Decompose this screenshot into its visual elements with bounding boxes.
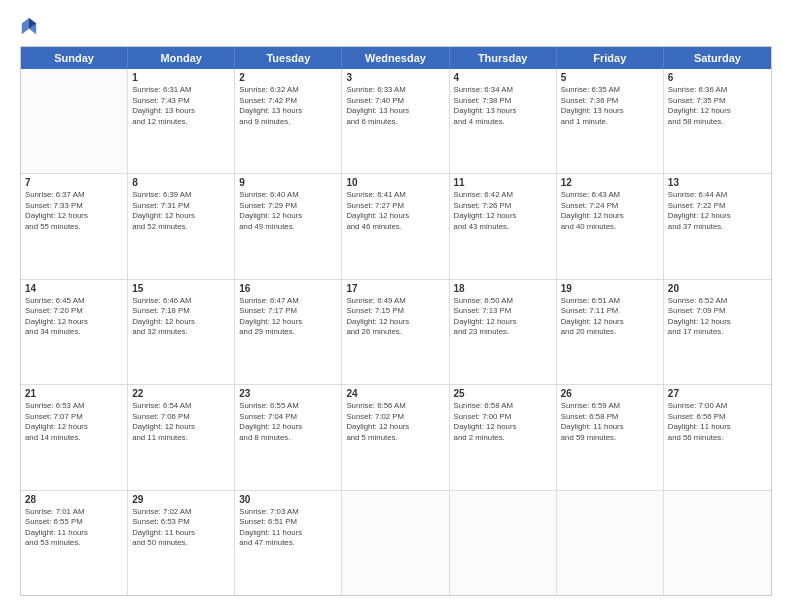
calendar-cell: 1Sunrise: 6:31 AM Sunset: 7:43 PM Daylig…: [128, 69, 235, 173]
calendar: SundayMondayTuesdayWednesdayThursdayFrid…: [20, 46, 772, 596]
cell-daylight-info: Sunrise: 6:52 AM Sunset: 7:09 PM Dayligh…: [668, 296, 767, 338]
calendar-cell: 8Sunrise: 6:39 AM Sunset: 7:31 PM Daylig…: [128, 174, 235, 278]
cell-daylight-info: Sunrise: 6:53 AM Sunset: 7:07 PM Dayligh…: [25, 401, 123, 443]
weekday-header-saturday: Saturday: [664, 47, 771, 69]
cell-daylight-info: Sunrise: 6:31 AM Sunset: 7:43 PM Dayligh…: [132, 85, 230, 127]
cell-daylight-info: Sunrise: 6:54 AM Sunset: 7:06 PM Dayligh…: [132, 401, 230, 443]
calendar-row-5: 28Sunrise: 7:01 AM Sunset: 6:55 PM Dayli…: [21, 491, 771, 595]
cell-day-number: 16: [239, 283, 337, 294]
cell-day-number: 28: [25, 494, 123, 505]
cell-daylight-info: Sunrise: 6:45 AM Sunset: 7:20 PM Dayligh…: [25, 296, 123, 338]
cell-daylight-info: Sunrise: 6:39 AM Sunset: 7:31 PM Dayligh…: [132, 190, 230, 232]
calendar-cell: 14Sunrise: 6:45 AM Sunset: 7:20 PM Dayli…: [21, 280, 128, 384]
cell-daylight-info: Sunrise: 6:51 AM Sunset: 7:11 PM Dayligh…: [561, 296, 659, 338]
header: [20, 16, 772, 38]
cell-day-number: 29: [132, 494, 230, 505]
calendar-cell: 26Sunrise: 6:59 AM Sunset: 6:58 PM Dayli…: [557, 385, 664, 489]
calendar-cell: 29Sunrise: 7:02 AM Sunset: 6:53 PM Dayli…: [128, 491, 235, 595]
calendar-cell: 27Sunrise: 7:00 AM Sunset: 6:56 PM Dayli…: [664, 385, 771, 489]
calendar-cell: [21, 69, 128, 173]
calendar-cell: [557, 491, 664, 595]
calendar-cell: 20Sunrise: 6:52 AM Sunset: 7:09 PM Dayli…: [664, 280, 771, 384]
cell-day-number: 19: [561, 283, 659, 294]
cell-day-number: 14: [25, 283, 123, 294]
cell-day-number: 21: [25, 388, 123, 399]
cell-daylight-info: Sunrise: 6:33 AM Sunset: 7:40 PM Dayligh…: [346, 85, 444, 127]
calendar-cell: 13Sunrise: 6:44 AM Sunset: 7:22 PM Dayli…: [664, 174, 771, 278]
calendar-cell: 25Sunrise: 6:58 AM Sunset: 7:00 PM Dayli…: [450, 385, 557, 489]
calendar-cell: 6Sunrise: 6:36 AM Sunset: 7:35 PM Daylig…: [664, 69, 771, 173]
calendar-cell: 11Sunrise: 6:42 AM Sunset: 7:26 PM Dayli…: [450, 174, 557, 278]
calendar-cell: 3Sunrise: 6:33 AM Sunset: 7:40 PM Daylig…: [342, 69, 449, 173]
calendar-cell: [450, 491, 557, 595]
cell-day-number: 5: [561, 72, 659, 83]
calendar-cell: 12Sunrise: 6:43 AM Sunset: 7:24 PM Dayli…: [557, 174, 664, 278]
cell-day-number: 4: [454, 72, 552, 83]
cell-daylight-info: Sunrise: 6:40 AM Sunset: 7:29 PM Dayligh…: [239, 190, 337, 232]
calendar-cell: 9Sunrise: 6:40 AM Sunset: 7:29 PM Daylig…: [235, 174, 342, 278]
logo: [20, 16, 42, 38]
cell-daylight-info: Sunrise: 6:42 AM Sunset: 7:26 PM Dayligh…: [454, 190, 552, 232]
calendar-cell: 30Sunrise: 7:03 AM Sunset: 6:51 PM Dayli…: [235, 491, 342, 595]
cell-day-number: 3: [346, 72, 444, 83]
cell-day-number: 12: [561, 177, 659, 188]
cell-day-number: 11: [454, 177, 552, 188]
cell-day-number: 6: [668, 72, 767, 83]
weekday-header-wednesday: Wednesday: [342, 47, 449, 69]
calendar-cell: 23Sunrise: 6:55 AM Sunset: 7:04 PM Dayli…: [235, 385, 342, 489]
cell-daylight-info: Sunrise: 6:55 AM Sunset: 7:04 PM Dayligh…: [239, 401, 337, 443]
logo-icon: [20, 16, 38, 38]
cell-day-number: 24: [346, 388, 444, 399]
cell-day-number: 7: [25, 177, 123, 188]
cell-daylight-info: Sunrise: 6:49 AM Sunset: 7:15 PM Dayligh…: [346, 296, 444, 338]
calendar-cell: 7Sunrise: 6:37 AM Sunset: 7:33 PM Daylig…: [21, 174, 128, 278]
cell-daylight-info: Sunrise: 7:01 AM Sunset: 6:55 PM Dayligh…: [25, 507, 123, 549]
cell-daylight-info: Sunrise: 6:34 AM Sunset: 7:38 PM Dayligh…: [454, 85, 552, 127]
calendar-row-3: 14Sunrise: 6:45 AM Sunset: 7:20 PM Dayli…: [21, 280, 771, 385]
cell-daylight-info: Sunrise: 6:56 AM Sunset: 7:02 PM Dayligh…: [346, 401, 444, 443]
cell-daylight-info: Sunrise: 7:00 AM Sunset: 6:56 PM Dayligh…: [668, 401, 767, 443]
cell-daylight-info: Sunrise: 6:46 AM Sunset: 7:18 PM Dayligh…: [132, 296, 230, 338]
calendar-cell: 19Sunrise: 6:51 AM Sunset: 7:11 PM Dayli…: [557, 280, 664, 384]
weekday-header-monday: Monday: [128, 47, 235, 69]
cell-day-number: 27: [668, 388, 767, 399]
cell-day-number: 13: [668, 177, 767, 188]
calendar-body: 1Sunrise: 6:31 AM Sunset: 7:43 PM Daylig…: [21, 69, 771, 595]
calendar-cell: 2Sunrise: 6:32 AM Sunset: 7:42 PM Daylig…: [235, 69, 342, 173]
cell-day-number: 30: [239, 494, 337, 505]
cell-day-number: 10: [346, 177, 444, 188]
cell-day-number: 25: [454, 388, 552, 399]
calendar-cell: 22Sunrise: 6:54 AM Sunset: 7:06 PM Dayli…: [128, 385, 235, 489]
cell-day-number: 23: [239, 388, 337, 399]
cell-day-number: 8: [132, 177, 230, 188]
cell-day-number: 20: [668, 283, 767, 294]
calendar-cell: 15Sunrise: 6:46 AM Sunset: 7:18 PM Dayli…: [128, 280, 235, 384]
cell-daylight-info: Sunrise: 6:36 AM Sunset: 7:35 PM Dayligh…: [668, 85, 767, 127]
calendar-cell: [664, 491, 771, 595]
cell-day-number: 2: [239, 72, 337, 83]
calendar-cell: 5Sunrise: 6:35 AM Sunset: 7:36 PM Daylig…: [557, 69, 664, 173]
weekday-header-thursday: Thursday: [450, 47, 557, 69]
cell-daylight-info: Sunrise: 6:32 AM Sunset: 7:42 PM Dayligh…: [239, 85, 337, 127]
cell-daylight-info: Sunrise: 6:59 AM Sunset: 6:58 PM Dayligh…: [561, 401, 659, 443]
calendar-cell: 16Sunrise: 6:47 AM Sunset: 7:17 PM Dayli…: [235, 280, 342, 384]
cell-day-number: 15: [132, 283, 230, 294]
calendar-row-1: 1Sunrise: 6:31 AM Sunset: 7:43 PM Daylig…: [21, 69, 771, 174]
page: SundayMondayTuesdayWednesdayThursdayFrid…: [0, 0, 792, 612]
calendar-cell: 24Sunrise: 6:56 AM Sunset: 7:02 PM Dayli…: [342, 385, 449, 489]
calendar-cell: 4Sunrise: 6:34 AM Sunset: 7:38 PM Daylig…: [450, 69, 557, 173]
cell-day-number: 22: [132, 388, 230, 399]
cell-daylight-info: Sunrise: 6:58 AM Sunset: 7:00 PM Dayligh…: [454, 401, 552, 443]
calendar-cell: 21Sunrise: 6:53 AM Sunset: 7:07 PM Dayli…: [21, 385, 128, 489]
calendar-cell: 17Sunrise: 6:49 AM Sunset: 7:15 PM Dayli…: [342, 280, 449, 384]
cell-daylight-info: Sunrise: 6:37 AM Sunset: 7:33 PM Dayligh…: [25, 190, 123, 232]
cell-daylight-info: Sunrise: 6:35 AM Sunset: 7:36 PM Dayligh…: [561, 85, 659, 127]
cell-day-number: 26: [561, 388, 659, 399]
cell-daylight-info: Sunrise: 6:43 AM Sunset: 7:24 PM Dayligh…: [561, 190, 659, 232]
calendar-cell: [342, 491, 449, 595]
cell-daylight-info: Sunrise: 6:47 AM Sunset: 7:17 PM Dayligh…: [239, 296, 337, 338]
cell-daylight-info: Sunrise: 7:02 AM Sunset: 6:53 PM Dayligh…: [132, 507, 230, 549]
cell-day-number: 9: [239, 177, 337, 188]
calendar-cell: 28Sunrise: 7:01 AM Sunset: 6:55 PM Dayli…: [21, 491, 128, 595]
cell-daylight-info: Sunrise: 6:41 AM Sunset: 7:27 PM Dayligh…: [346, 190, 444, 232]
